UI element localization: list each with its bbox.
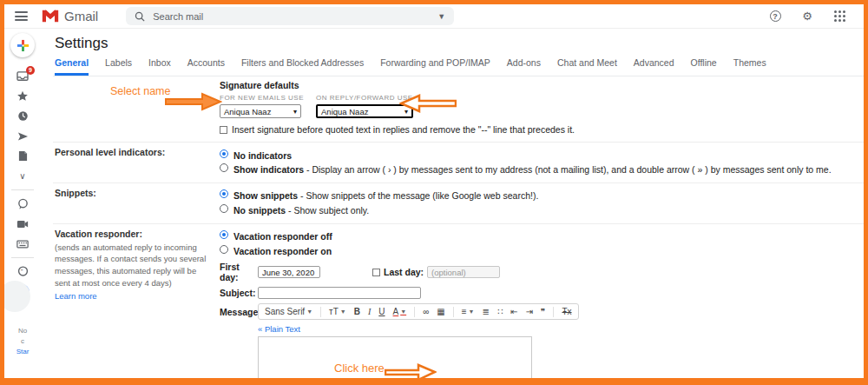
snippets-label: Snippets: [53, 188, 220, 219]
first-day-row: First day: June 30, 2020 Last day: (opti… [220, 262, 864, 282]
question-mark: ? [770, 10, 781, 22]
signature-content: Signature defaults FOR NEW EMAILS USE An… [220, 80, 864, 135]
annotation-arrow-right-icon [165, 92, 222, 111]
no-indicators-option: No indicators [220, 149, 864, 162]
indent-more-icon[interactable]: ⇥ [526, 307, 533, 316]
personal-indicators-label: Personal level indicators: [53, 147, 220, 178]
new-emails-group: FOR NEW EMAILS USE Aniqua Naaz ▾ [220, 94, 304, 118]
show-indicators-radio[interactable] [220, 163, 228, 172]
vacation-on-option: Vacation responder on [220, 245, 864, 257]
toolbar-divider [453, 307, 454, 317]
sidebar-item-drafts[interactable] [16, 149, 30, 163]
new-emails-signature-select[interactable]: Aniqua Naaz ▾ [220, 104, 301, 118]
sidebar-item-hangouts[interactable]: ” [16, 265, 30, 279]
annotation-arrow-right-icon [385, 362, 437, 382]
no-indicators-radio[interactable] [220, 149, 228, 158]
insert-signature-checkbox[interactable] [220, 126, 227, 134]
star-icon [16, 90, 29, 102]
sidebar-item-join-meeting[interactable] [16, 237, 30, 251]
tab-themes[interactable]: Themes [733, 57, 766, 76]
screenshot-frame: Gmail Search mail ▼ ? ⚙ [0, 0, 868, 385]
hamburger-menu-icon[interactable] [15, 11, 28, 21]
sidebar-item-sent[interactable] [16, 129, 30, 143]
message-label: Message: [220, 303, 258, 317]
sidebar-item-snoozed[interactable] [16, 110, 30, 123]
tab-accounts[interactable]: Accounts [187, 57, 225, 76]
personal-indicators-row: Personal level indicators: No indicators… [53, 143, 864, 183]
chevron-down-icon: ▾ [293, 108, 297, 116]
no-snippets-radio[interactable] [220, 204, 228, 213]
sidebar-item-starred[interactable] [16, 90, 30, 103]
quote-icon[interactable]: ❞ [541, 307, 545, 316]
vacation-responder-row: Vacation responder: (sends an automated … [53, 224, 864, 385]
tab-advanced[interactable]: Advanced [634, 57, 674, 76]
plain-text-link[interactable]: « Plain Text [258, 324, 864, 334]
tab-filters[interactable]: Filters and Blocked Addresses [241, 57, 364, 76]
settings-main: Settings General Labels Inbox Accounts F… [41, 29, 864, 378]
show-indicators-option: Show indicators - Display an arrow ( › )… [220, 163, 864, 176]
left-sidebar: 9 [4, 29, 41, 378]
font-family-select[interactable]: Sans Serif▼ [265, 307, 312, 316]
tab-labels[interactable]: Labels [105, 57, 132, 76]
vacation-off-option: Vacation responder off [220, 230, 864, 242]
help-icon[interactable]: ? [768, 10, 782, 23]
search-bar[interactable]: Search mail ▼ [126, 7, 454, 25]
first-day-input[interactable]: June 30, 2020 [258, 266, 320, 278]
bold-icon[interactable]: B [354, 307, 360, 316]
annotation-arrow-left-icon [399, 94, 457, 113]
search-input[interactable]: Search mail [153, 11, 203, 22]
start-chat-link[interactable]: Star [4, 347, 41, 357]
compose-plus-icon [16, 39, 30, 52]
sidebar-item-chat[interactable] [16, 197, 30, 211]
font-size-icon[interactable]: тT▼ [329, 307, 346, 316]
tab-chat-meet[interactable]: Chat and Meet [557, 57, 617, 76]
vacation-off-radio[interactable] [220, 230, 228, 239]
video-camera-icon [16, 220, 29, 229]
inbox-unread-badge: 9 [26, 66, 35, 75]
underline-icon[interactable]: U [378, 307, 385, 316]
reply-forward-signature-value: Aniqua Naaz [321, 107, 368, 116]
tab-forwarding[interactable]: Forwarding and POP/IMAP [380, 57, 490, 76]
sidebar-item-inbox[interactable]: 9 [16, 70, 30, 83]
send-icon [17, 131, 29, 142]
subject-input[interactable] [258, 287, 421, 299]
sidebar-more-chevron-icon[interactable]: ∨ [16, 169, 30, 183]
gmail-logo[interactable]: Gmail [42, 9, 98, 23]
tab-offline[interactable]: Offline [691, 57, 717, 76]
no-snippets-text: No snippets - Show subject only. [233, 204, 369, 216]
tab-general[interactable]: General [55, 57, 89, 76]
vacation-responder-label: Vacation responder: [55, 229, 220, 239]
numbered-list-icon[interactable]: ≣ [483, 307, 490, 316]
bulleted-list-icon[interactable]: ∷ [497, 307, 503, 316]
last-day-checkbox[interactable] [372, 269, 380, 276]
tab-addons[interactable]: Add-ons [507, 57, 541, 76]
tab-inbox[interactable]: Inbox [148, 57, 171, 76]
keyboard-icon [16, 240, 29, 249]
vacation-on-radio[interactable] [220, 245, 228, 254]
show-snippets-text: Show snippets - Show snippets of the mes… [233, 189, 538, 202]
chat-bubble-icon [17, 198, 29, 209]
hangouts-icon: ” [17, 266, 29, 277]
show-snippets-radio[interactable] [220, 189, 228, 198]
indent-less-icon[interactable]: ⇤ [510, 307, 517, 316]
insert-signature-checkbox-row: Insert signature before quoted text in r… [220, 124, 864, 135]
toolbar-divider [553, 307, 554, 317]
sidebar-item-start-meeting[interactable] [16, 217, 30, 231]
last-day-input[interactable]: (optional) [427, 266, 500, 278]
compose-button[interactable] [10, 33, 35, 57]
remove-formatting-icon[interactable]: Ŧx [562, 307, 571, 316]
message-format-toolbar: Sans Serif▼ тT▼ B I U A▼ ∞ ▦ ≡▼ [258, 303, 579, 320]
learn-more-link[interactable]: Learn more [55, 291, 220, 301]
apps-grid-icon[interactable] [832, 10, 846, 23]
italic-icon[interactable]: I [368, 307, 371, 316]
search-options-caret-icon[interactable]: ▼ [437, 12, 445, 21]
snippets-row: Snippets: Show snippets - Show snippets … [53, 183, 864, 224]
settings-gear-icon[interactable]: ⚙ [800, 10, 814, 23]
insert-signature-label: Insert signature before quoted text in r… [232, 124, 575, 135]
insert-image-icon[interactable]: ▦ [437, 307, 444, 316]
clock-icon [17, 110, 29, 122]
text-color-icon[interactable]: A▼ [393, 307, 407, 316]
align-icon[interactable]: ≡▼ [462, 307, 475, 316]
hangouts-watermark [0, 281, 30, 312]
insert-link-icon[interactable]: ∞ [423, 307, 429, 316]
